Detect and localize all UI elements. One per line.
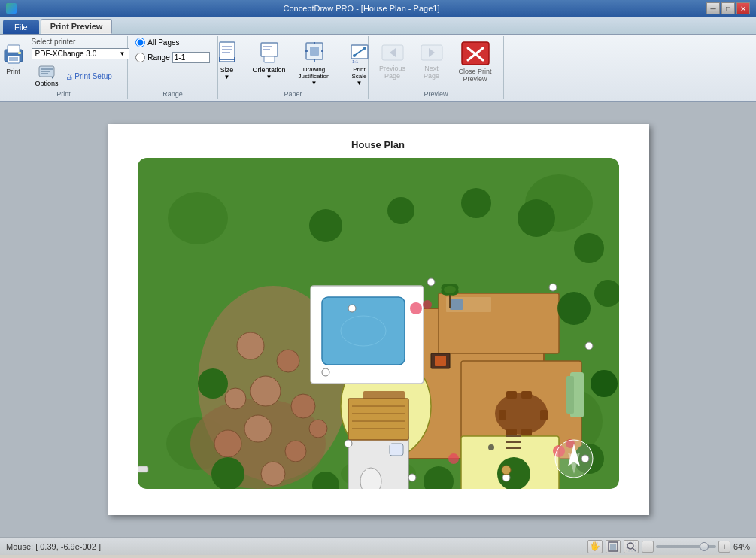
- close-print-preview-label: Close PrintPreview: [458, 68, 491, 83]
- svg-rect-1: [8, 56, 20, 63]
- svg-point-94: [574, 233, 604, 263]
- size-button[interactable]: Size ▼: [208, 38, 247, 83]
- svg-point-130: [502, 466, 511, 475]
- svg-rect-11: [220, 42, 235, 62]
- svg-point-115: [549, 284, 557, 291]
- svg-rect-89: [435, 356, 446, 366]
- svg-point-114: [427, 278, 435, 286]
- svg-text:1:1: 1:1: [352, 59, 359, 64]
- drawing-justification-button[interactable]: DrawingJustification ▼: [292, 38, 337, 89]
- hand-tool-button[interactable]: 🖐: [587, 540, 603, 553]
- svg-point-55: [309, 420, 327, 438]
- svg-point-125: [444, 286, 456, 293]
- tab-print-preview[interactable]: Print Preview: [41, 19, 113, 34]
- ribbon-group-paper: Size ▼ Orientation ▼: [218, 36, 369, 99]
- svg-point-104: [410, 302, 422, 314]
- zoom-selection-button[interactable]: [624, 540, 639, 553]
- svg-rect-74: [566, 376, 574, 414]
- printer-select-area: Select printer PDF-XChange 3.0 ▼: [32, 38, 129, 89]
- close-print-preview-button[interactable]: Close PrintPreview: [453, 38, 498, 86]
- close-button[interactable]: ✕: [736, 2, 750, 14]
- svg-point-48: [237, 332, 264, 359]
- next-page-label: NextPage: [424, 65, 439, 80]
- svg-rect-67: [506, 391, 517, 399]
- svg-marker-10: [51, 77, 54, 79]
- svg-point-119: [408, 474, 416, 481]
- svg-rect-79: [390, 444, 403, 456]
- ribbon: Print Select printer PDF-XChange 3.0 ▼: [0, 35, 756, 102]
- previous-page-button[interactable]: PreviousPage: [375, 38, 411, 83]
- print-scale-arrow: ▼: [357, 80, 363, 86]
- next-page-button[interactable]: NextPage: [414, 38, 450, 83]
- window-controls: ─ □ ✕: [706, 2, 750, 14]
- ribbon-group-range: All Pages Range 1-1 Range: [128, 36, 218, 99]
- svg-point-117: [581, 455, 589, 462]
- maximize-button[interactable]: □: [721, 2, 735, 14]
- status-icons: 🖐: [587, 540, 639, 553]
- svg-rect-78: [138, 466, 148, 472]
- print-label: Print: [6, 68, 20, 75]
- ribbon-group-print: Print Select printer PDF-XChange 3.0 ▼: [0, 36, 128, 99]
- svg-rect-72: [521, 429, 532, 436]
- range-label: Range: [147, 53, 169, 62]
- svg-point-30: [353, 54, 356, 57]
- tab-file[interactable]: File: [3, 20, 39, 34]
- svg-line-134: [633, 548, 636, 551]
- svg-rect-132: [610, 544, 616, 550]
- svg-rect-19: [264, 56, 275, 62]
- zoom-track[interactable]: [656, 545, 716, 548]
- all-pages-label: All Pages: [147, 38, 179, 47]
- svg-point-49: [277, 350, 299, 372]
- options-label: Options: [35, 80, 59, 87]
- previous-page-label: PreviousPage: [379, 65, 405, 80]
- size-label: Size: [220, 66, 234, 74]
- svg-point-113: [348, 305, 356, 312]
- svg-point-97: [211, 457, 244, 489]
- svg-rect-61: [450, 299, 463, 310]
- floor-plan-container: N: [138, 158, 619, 489]
- svg-point-93: [518, 199, 555, 237]
- svg-point-116: [585, 342, 593, 350]
- zoom-out-button[interactable]: −: [642, 541, 654, 553]
- svg-rect-23: [310, 47, 319, 56]
- print-setup-link[interactable]: 🖨 Print Setup: [65, 72, 112, 80]
- range-input[interactable]: 1-1: [172, 52, 210, 63]
- fit-page-button[interactable]: [606, 540, 621, 553]
- main-area: House Plan: [0, 102, 756, 537]
- svg-point-120: [345, 440, 352, 447]
- print-button[interactable]: Print: [0, 38, 29, 80]
- drawing-just-label: DrawingJustification: [299, 66, 330, 80]
- svg-point-133: [627, 543, 633, 549]
- range-radio[interactable]: [135, 53, 145, 62]
- svg-point-53: [285, 441, 306, 462]
- svg-point-31: [363, 47, 366, 50]
- print-group-label: Print: [56, 90, 71, 98]
- svg-rect-68: [521, 391, 532, 399]
- print-scale-label: PrintScale: [351, 66, 366, 80]
- minimize-button[interactable]: ─: [706, 2, 720, 14]
- floor-plan-image: N: [138, 158, 619, 489]
- all-pages-radio[interactable]: [135, 38, 145, 47]
- svg-rect-71: [506, 429, 517, 436]
- zoom-in-button[interactable]: +: [718, 541, 730, 553]
- printer-dropdown[interactable]: PDF-XChange 3.0 ▼: [32, 48, 129, 59]
- svg-point-54: [261, 462, 285, 486]
- options-button[interactable]: Options: [32, 62, 62, 89]
- dropdown-arrow-icon: ▼: [120, 50, 126, 57]
- orientation-label: Orientation: [252, 66, 285, 74]
- svg-point-105: [423, 300, 432, 309]
- svg-point-100: [497, 457, 530, 489]
- size-arrow: ▼: [224, 74, 230, 80]
- zoom-level: 64%: [733, 542, 750, 551]
- svg-point-51: [291, 394, 315, 418]
- zoom-thumb[interactable]: [700, 542, 709, 551]
- status-bar: Mouse: [ 0.39, -6.9e-002 ] 🖐 −: [0, 537, 756, 555]
- svg-rect-86: [322, 297, 405, 365]
- svg-rect-69: [499, 410, 506, 420]
- title-bar: ConceptDraw PRO - [House Plan - Page1] ─…: [0, 0, 756, 17]
- page-title: House Plan: [351, 139, 405, 150]
- orientation-button[interactable]: Orientation ▼: [250, 38, 289, 83]
- preview-group-label: Preview: [424, 90, 448, 98]
- ribbon-group-preview: PreviousPage NextPage Close PrintPreview: [369, 36, 504, 99]
- svg-point-41: [168, 192, 228, 244]
